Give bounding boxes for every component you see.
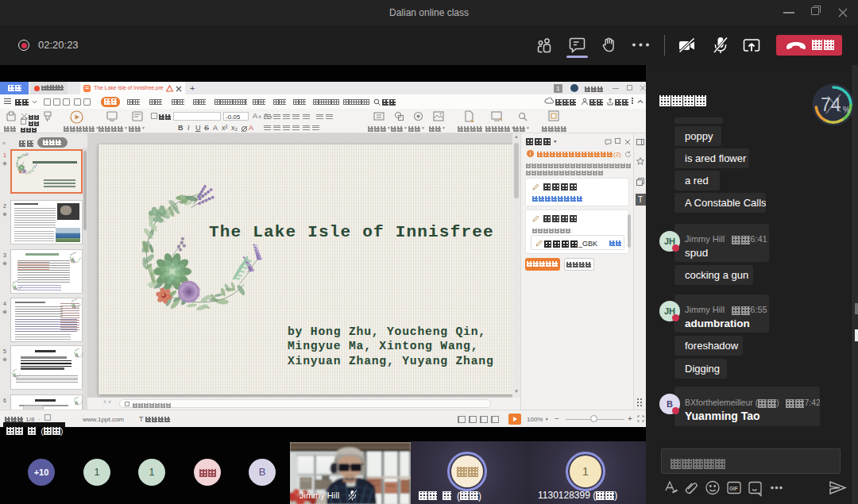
svg-text:%: %	[843, 106, 850, 114]
svg-text:GIF: GIF	[729, 486, 738, 491]
svg-text:Jimmy Hill: Jimmy Hill	[300, 491, 339, 500]
svg-text:74: 74	[821, 94, 841, 115]
